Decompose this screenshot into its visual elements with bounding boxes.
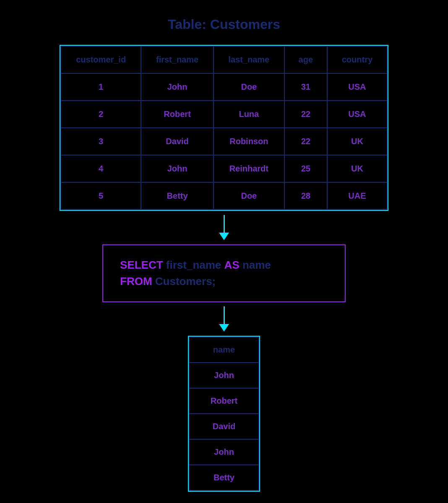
cell-country-2: UK [327, 128, 387, 155]
col-header-country: country [327, 46, 387, 73]
cell-first_name-0: John [141, 73, 214, 101]
cell-first_name-2: David [141, 128, 214, 155]
page-title: Table: Customers [168, 17, 280, 32]
arrow-down-2 [219, 306, 229, 332]
cell-country-3: UK [327, 155, 387, 182]
table-row: 5BettyDoe28UAE [61, 182, 387, 210]
col-header-age: age [284, 46, 327, 73]
result-cell-name-3: John [189, 439, 259, 465]
sql-select-rest: first_name [163, 259, 224, 271]
result-cell-name-2: David [189, 414, 259, 439]
cell-age-0: 31 [284, 73, 327, 101]
sql-as-rest: name [240, 259, 271, 271]
sql-as-keyword: AS [224, 259, 240, 271]
cell-age-4: 28 [284, 182, 327, 210]
arrow-head-2 [219, 324, 229, 332]
result-table-wrapper: name JohnRobertDavidJohnBetty [188, 336, 260, 492]
table-header-row: customer_id first_name last_name age cou… [61, 46, 387, 73]
cell-last_name-4: Doe [214, 182, 284, 210]
arrow-line-2 [224, 306, 225, 324]
cell-customer_id-3: 4 [61, 155, 141, 182]
result-table-row: John [189, 439, 259, 465]
cell-last_name-3: Reinhardt [214, 155, 284, 182]
sql-box: SELECT first_name AS name FROM Customers… [102, 244, 346, 302]
result-table: name JohnRobertDavidJohnBetty [189, 337, 259, 491]
cell-last_name-2: Robinson [214, 128, 284, 155]
sql-line-2: FROM Customers; [120, 273, 328, 290]
cell-customer_id-1: 2 [61, 101, 141, 128]
customers-table-wrapper: customer_id first_name last_name age cou… [60, 45, 388, 211]
arrow-head-1 [219, 233, 229, 240]
cell-first_name-4: Betty [141, 182, 214, 210]
sql-line-1: SELECT first_name AS name [120, 257, 328, 273]
result-col-header-name: name [189, 337, 259, 363]
result-table-row: Betty [189, 465, 259, 490]
sql-from-keyword: FROM [120, 275, 152, 288]
arrow-line-1 [224, 215, 225, 233]
cell-first_name-3: John [141, 155, 214, 182]
table-row: 2RobertLuna22USA [61, 101, 387, 128]
cell-customer_id-0: 1 [61, 73, 141, 101]
table-row: 1JohnDoe31USA [61, 73, 387, 101]
table-row: 4JohnReinhardt25UK [61, 155, 387, 182]
sql-select-keyword: SELECT [120, 259, 163, 271]
main-container: Table: Customers customer_id first_name … [0, 17, 448, 492]
result-cell-name-4: Betty [189, 465, 259, 490]
result-table-row: John [189, 363, 259, 388]
cell-age-2: 22 [284, 128, 327, 155]
result-cell-name-0: John [189, 363, 259, 388]
sql-from-rest: Customers; [152, 275, 216, 288]
col-header-first-name: first_name [141, 46, 214, 73]
cell-age-1: 22 [284, 101, 327, 128]
cell-first_name-1: Robert [141, 101, 214, 128]
cell-country-4: UAE [327, 182, 387, 210]
cell-customer_id-2: 3 [61, 128, 141, 155]
cell-country-0: USA [327, 73, 387, 101]
table-row: 3DavidRobinson22UK [61, 128, 387, 155]
result-cell-name-1: Robert [189, 388, 259, 414]
arrow-down-1 [219, 215, 229, 240]
cell-last_name-0: Doe [214, 73, 284, 101]
col-header-customer-id: customer_id [61, 46, 141, 73]
cell-customer_id-4: 5 [61, 182, 141, 210]
result-table-row: David [189, 414, 259, 439]
result-header-row: name [189, 337, 259, 363]
cell-last_name-1: Luna [214, 101, 284, 128]
customers-table: customer_id first_name last_name age cou… [60, 46, 388, 210]
col-header-last-name: last_name [214, 46, 284, 73]
result-table-row: Robert [189, 388, 259, 414]
cell-age-3: 25 [284, 155, 327, 182]
cell-country-1: USA [327, 101, 387, 128]
